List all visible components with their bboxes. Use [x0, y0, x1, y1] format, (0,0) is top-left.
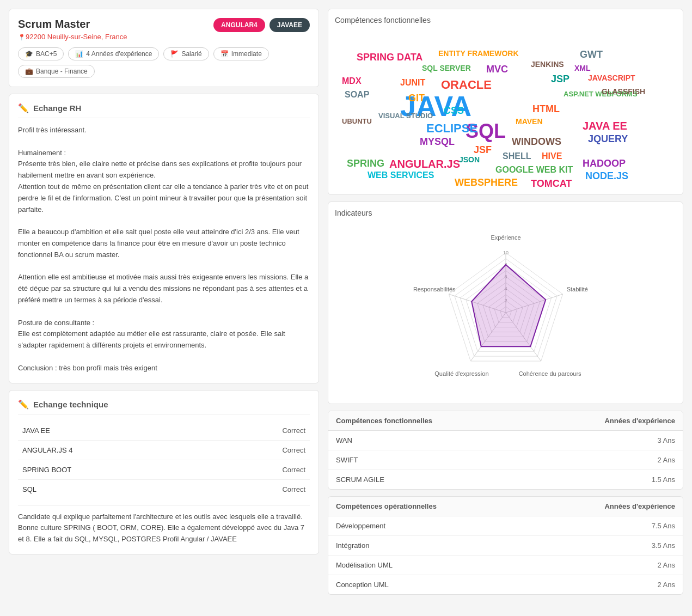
job-title: Scrum Master: [18, 18, 127, 31]
svg-text:Responsabilités: Responsabilités: [413, 286, 455, 292]
word-cloud-item: VISUAL STUDIO: [378, 112, 433, 120]
skill-name: SCRUM AGILE: [328, 470, 529, 490]
word-cloud-item: SOAP: [345, 90, 369, 100]
word-cloud-item: WINDOWS: [512, 136, 561, 148]
svg-marker-20: [471, 265, 546, 346]
tech-table: JAVA EECorrectANGULAR.JS 4CorrectSPRING …: [18, 421, 310, 499]
word-cloud-item: UBUNTU: [342, 117, 372, 125]
word-cloud-item: ENTITY FRAMEWORK: [438, 49, 519, 58]
word-cloud-item: SQL SERVER: [422, 64, 471, 72]
radar-card: Indicateurs 246810 ExpérienceStabilitéCo…: [328, 202, 683, 404]
header-card: Scrum Master 92200 Neuilly-sur-Seine, Fr…: [9, 9, 319, 87]
skill-years: 2 Ans: [532, 575, 683, 595]
word-cloud-item: XML: [574, 64, 591, 72]
word-cloud-item: GOOGLE WEB KIT: [495, 165, 573, 175]
edit-icon: ✏️: [18, 103, 29, 113]
skill-name: Intégration: [328, 536, 532, 556]
word-cloud-item: JAVA EE: [583, 120, 627, 132]
list-item: Intégration3.5 Ans: [328, 536, 683, 556]
skill-name: SPRING BOOT: [18, 460, 207, 479]
word-cloud-item: NODE.JS: [585, 170, 628, 182]
word-cloud-item: MAVEN: [516, 117, 543, 126]
pill-immediate: 📅Immediate: [213, 47, 269, 60]
skills-operationnelles-header: Compétences opérationnelles: [328, 497, 532, 516]
skills-operationnelles-table: Compétences opérationnelles Années d'exp…: [328, 497, 683, 594]
word-cloud-item: GLASSFISH: [602, 87, 645, 96]
pill-salarie: 🚩Salarié: [163, 47, 209, 60]
skill-name: Modélisation UML: [328, 556, 532, 575]
skill-name: Conception UML: [328, 575, 532, 595]
word-cloud-item: MYSQL: [420, 136, 455, 148]
echange-technique-card: ✏️ Echange technique JAVA EECorrectANGUL…: [9, 390, 319, 554]
word-cloud-item: JSON: [459, 155, 480, 164]
skill-name: JAVA EE: [18, 421, 207, 441]
word-cloud-item: SPRING DATA: [357, 52, 422, 63]
skills-fonctionnelles-table: Compétences fonctionnelles Années d'expé…: [328, 411, 683, 489]
skill-years: 7.5 Ans: [532, 516, 683, 536]
svg-text:Stabilité: Stabilité: [566, 286, 587, 292]
word-cloud-item: MVC: [486, 64, 508, 75]
skill-name: SQL: [18, 479, 207, 499]
word-cloud-item: JAVASCRIPT: [588, 74, 635, 82]
table-row: SQLCorrect: [18, 479, 310, 499]
tag-badges: ANGULAR4 JAVAEE: [213, 18, 310, 32]
skills-operationnelles-card: Compétences opérationnelles Années d'exp…: [328, 496, 683, 595]
word-cloud-item: GIT: [408, 93, 425, 104]
echange-rh-title: Echange RH: [33, 103, 81, 113]
pill-education: 🎓BAC+5: [18, 47, 64, 60]
skill-name: ANGULAR.JS 4: [18, 440, 207, 460]
badge-javaee[interactable]: JAVAEE: [270, 18, 310, 32]
word-cloud-item: SHELL: [503, 151, 531, 161]
word-cloud-item: ANGULAR.JS: [389, 158, 460, 170]
location: 92200 Neuilly-sur-Seine, France: [18, 33, 127, 41]
table-row: ANGULAR.JS 4Correct: [18, 440, 310, 460]
word-cloud-item: SPRING: [347, 158, 384, 169]
pill-experience: 📊4 Années d'expérience: [68, 47, 159, 60]
word-cloud-card: Compétences fonctionnelles JAVASQLSPRING…: [328, 9, 683, 195]
badge-angular[interactable]: ANGULAR4: [213, 18, 265, 32]
word-cloud-item: JENKINS: [531, 60, 564, 69]
word-cloud-item: JQUERY: [588, 133, 628, 145]
word-cloud-item: ORACLE: [441, 78, 492, 92]
list-item: Modélisation UML2 Ans: [328, 556, 683, 575]
tech-note: Candidate qui explique parfaitement l'ar…: [18, 505, 310, 545]
skill-result: Correct: [207, 460, 310, 479]
echange-technique-title: Echange technique: [33, 400, 108, 409]
skill-years: 3 Ans: [529, 431, 683, 450]
table-row: SPRING BOOTCorrect: [18, 460, 310, 479]
echange-rh-card: ✏️ Echange RH Profil très intéressant. H…: [9, 94, 319, 383]
echange-rh-header: ✏️ Echange RH: [18, 103, 310, 118]
skill-result: Correct: [207, 440, 310, 460]
skill-name: WAN: [328, 431, 529, 450]
skills-fonctionnelles-years-header: Années d'expérience: [529, 411, 683, 431]
radar-container: 246810 ExpérienceStabilitéCohérence du p…: [335, 223, 676, 397]
word-cloud-item: WEBSPHERE: [455, 177, 518, 188]
word-cloud-item: GWT: [580, 49, 603, 60]
list-item: WAN3 Ans: [328, 431, 683, 450]
word-cloud-item: JSP: [551, 74, 569, 85]
skill-result: Correct: [207, 479, 310, 499]
pill-sector: 💼Banque - Finance: [18, 65, 95, 78]
skill-name: SWIFT: [328, 450, 529, 470]
skills-fonctionnelles-card: Compétences fonctionnelles Années d'expé…: [328, 411, 683, 490]
word-cloud-title: Compétences fonctionnelles: [335, 16, 676, 25]
word-cloud-item: WEB SERVICES: [368, 170, 434, 180]
word-cloud-item: HIVE: [542, 151, 562, 161]
word-cloud-item: MDX: [342, 76, 362, 86]
list-item: SCRUM AGILE1.5 Ans: [328, 470, 683, 490]
skill-name: Développement: [328, 516, 532, 536]
word-cloud-item: HTML: [532, 103, 560, 115]
pills-container: 🎓BAC+5 📊4 Années d'expérience 🚩Salarié 📅…: [18, 47, 310, 78]
skill-years: 2 Ans: [529, 450, 683, 470]
list-item: Conception UML2 Ans: [328, 575, 683, 595]
word-cloud: JAVASQLSPRING DATAENTITY FRAMEWORKGWTSQL…: [335, 30, 676, 188]
skill-years: 2 Ans: [532, 556, 683, 575]
table-row: JAVA EECorrect: [18, 421, 310, 441]
skills-fonctionnelles-header: Compétences fonctionnelles: [328, 411, 529, 431]
word-cloud-item: JUNIT: [400, 78, 425, 88]
word-cloud-item: CSS: [444, 105, 464, 117]
radar-title: Indicateurs: [335, 209, 676, 217]
list-item: SWIFT2 Ans: [328, 450, 683, 470]
skill-years: 1.5 Ans: [529, 470, 683, 490]
word-cloud-item: ECLIPSE: [426, 121, 477, 136]
